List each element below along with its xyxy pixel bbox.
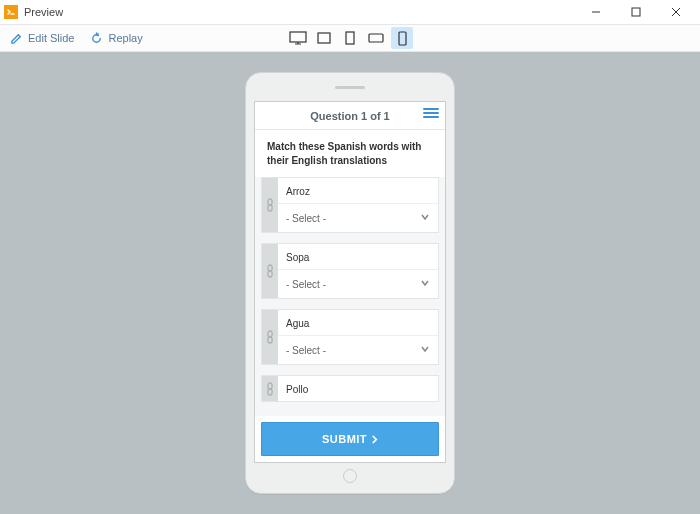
phone-home-button: [343, 469, 357, 483]
drag-handle-icon[interactable]: [262, 376, 278, 401]
replay-icon: [90, 32, 103, 45]
edit-slide-button[interactable]: Edit Slide: [10, 32, 74, 45]
match-select[interactable]: - Select -: [278, 335, 438, 364]
svg-point-10: [268, 331, 272, 337]
question-prompt: Match these Spanish words with their Eng…: [255, 130, 445, 177]
submit-button[interactable]: SUBMIT: [261, 422, 439, 456]
match-item[interactable]: Arroz - Select -: [261, 177, 439, 233]
chevron-right-icon: [371, 435, 378, 444]
phone-speaker: [335, 86, 365, 89]
question-body: Match these Spanish words with their Eng…: [255, 130, 445, 462]
chevron-down-icon: [420, 212, 430, 224]
window-controls: [576, 0, 696, 24]
chevron-down-icon: [420, 344, 430, 356]
device-tablet-portrait[interactable]: [339, 27, 361, 49]
close-button[interactable]: [656, 0, 696, 24]
replay-label: Replay: [108, 32, 142, 44]
window-title: Preview: [24, 6, 63, 18]
match-item[interactable]: Pollo: [261, 375, 439, 402]
phone-frame: Question 1 of 1 Match these Spanish word…: [245, 72, 455, 494]
match-item-label: Agua: [278, 310, 438, 335]
svg-rect-3: [346, 32, 354, 44]
maximize-button[interactable]: [616, 0, 656, 24]
question-counter: Question 1 of 1: [255, 110, 445, 122]
match-select[interactable]: - Select -: [278, 269, 438, 298]
select-placeholder: - Select -: [286, 213, 326, 224]
device-desktop[interactable]: [287, 27, 309, 49]
svg-point-12: [268, 383, 272, 389]
match-items-container: Arroz - Select - Sopa - Select: [255, 177, 445, 416]
match-item-label: Arroz: [278, 178, 438, 203]
device-tablet-landscape[interactable]: [313, 27, 335, 49]
drag-handle-icon[interactable]: [262, 244, 278, 298]
svg-point-8: [268, 265, 272, 271]
submit-label: SUBMIT: [322, 433, 367, 445]
chevron-down-icon: [420, 278, 430, 290]
select-placeholder: - Select -: [286, 345, 326, 356]
svg-point-9: [268, 271, 272, 277]
replay-button[interactable]: Replay: [90, 32, 142, 45]
preview-stage: Question 1 of 1 Match these Spanish word…: [0, 52, 700, 514]
match-select[interactable]: - Select -: [278, 203, 438, 232]
titlebar: Preview: [0, 0, 700, 24]
svg-rect-2: [318, 33, 330, 43]
svg-rect-1: [290, 32, 306, 42]
svg-rect-4: [369, 34, 383, 42]
toolbar: Edit Slide Replay: [0, 24, 700, 52]
app-icon: [4, 5, 18, 19]
device-phone-portrait[interactable]: [391, 27, 413, 49]
drag-handle-icon[interactable]: [262, 310, 278, 364]
match-item[interactable]: Sopa - Select -: [261, 243, 439, 299]
svg-point-7: [268, 205, 272, 211]
phone-screen: Question 1 of 1 Match these Spanish word…: [254, 101, 446, 463]
edit-slide-label: Edit Slide: [28, 32, 74, 44]
svg-point-6: [268, 199, 272, 205]
svg-point-13: [268, 389, 272, 395]
match-item-label: Sopa: [278, 244, 438, 269]
svg-point-11: [268, 337, 272, 343]
svg-rect-0: [632, 8, 640, 16]
match-item-label: Pollo: [278, 376, 438, 401]
question-header: Question 1 of 1: [255, 102, 445, 130]
pencil-icon: [10, 32, 23, 45]
menu-icon[interactable]: [423, 108, 439, 118]
select-placeholder: - Select -: [286, 279, 326, 290]
device-phone-landscape[interactable]: [365, 27, 387, 49]
submit-bar: SUBMIT: [255, 416, 445, 462]
minimize-button[interactable]: [576, 0, 616, 24]
drag-handle-icon[interactable]: [262, 178, 278, 232]
match-item[interactable]: Agua - Select -: [261, 309, 439, 365]
device-toggle: [287, 27, 413, 49]
svg-rect-5: [399, 32, 406, 45]
